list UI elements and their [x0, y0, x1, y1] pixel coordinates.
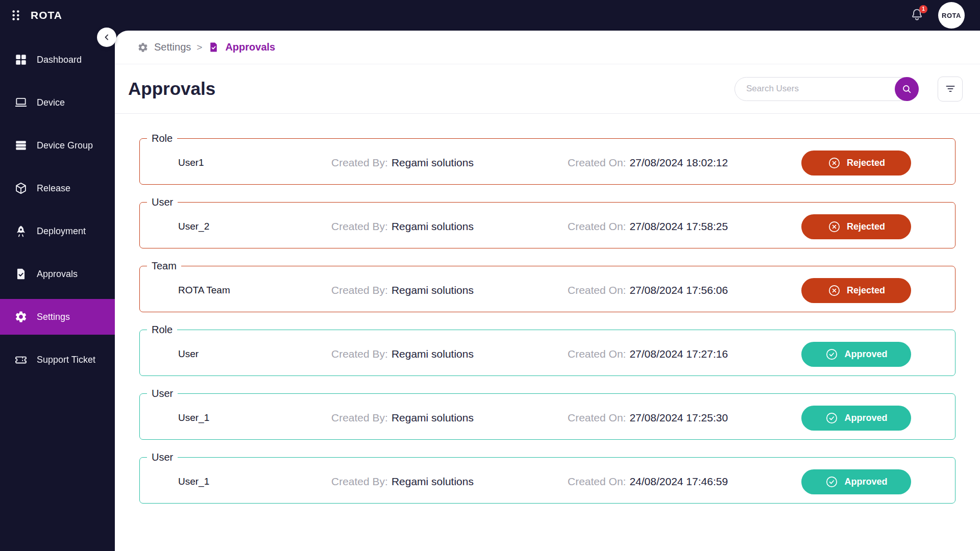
created-by: Created By:Regami solutions	[331, 220, 568, 233]
status-label: Rejected	[847, 158, 885, 168]
approval-category: User	[147, 196, 178, 208]
sidebar-item-label: Device Group	[37, 140, 93, 151]
sidebar-item-device[interactable]: Device	[0, 85, 115, 120]
sidebar-item-label: Release	[37, 183, 70, 194]
deployment-icon	[14, 224, 28, 238]
cross-circle-icon	[827, 284, 841, 297]
status-label: Rejected	[847, 285, 885, 296]
created-by: Created By:Regami solutions	[331, 284, 568, 296]
approval-name: User	[178, 348, 331, 360]
sidebar-item-support-ticket[interactable]: Support Ticket	[0, 342, 115, 378]
status-button[interactable]: Approved	[801, 469, 911, 494]
search-box	[734, 77, 919, 101]
toolbar	[734, 77, 963, 102]
created-by: Created By:Regami solutions	[331, 412, 568, 424]
search-input[interactable]	[734, 77, 919, 101]
notification-badge: 1	[919, 5, 927, 13]
chevron-left-icon	[102, 32, 112, 42]
approval-category: User	[147, 388, 178, 399]
approval-name: User1	[178, 157, 331, 168]
notifications-button[interactable]: 1	[910, 8, 924, 23]
created-on: Created On:24/08/2024 17:46:59	[568, 475, 801, 488]
check-circle-icon	[825, 475, 839, 489]
device-icon	[14, 96, 28, 109]
approval-category: Team	[147, 260, 181, 272]
sidebar-item-label: Support Ticket	[37, 355, 95, 365]
sidebar-item-approvals[interactable]: Approvals	[0, 256, 115, 292]
created-on: Created On:27/08/2024 17:27:16	[568, 348, 801, 360]
gear-icon	[137, 42, 149, 53]
approval-name: User_1	[178, 476, 331, 487]
breadcrumb-settings[interactable]: Settings	[154, 41, 191, 53]
settings-icon	[14, 310, 28, 323]
sidebar-item-label: Dashboard	[37, 55, 82, 65]
dashboard-icon	[14, 53, 28, 66]
sidebar-item-label: Device	[37, 97, 65, 108]
sidebar-item-label: Deployment	[37, 226, 86, 237]
brand-name: ROTA	[31, 9, 62, 21]
cross-circle-icon	[827, 220, 841, 234]
filter-button[interactable]	[938, 77, 963, 102]
check-circle-icon	[825, 347, 839, 361]
support-ticket-icon	[14, 353, 28, 366]
sidebar-item-settings[interactable]: Settings	[0, 299, 115, 335]
created-on: Created On:27/08/2024 17:56:06	[568, 284, 801, 296]
approval-card: Role User1 Created By:Regami solutions C…	[139, 133, 955, 185]
sidebar-collapse-button[interactable]	[97, 28, 116, 47]
breadcrumb: Settings > Approvals	[115, 31, 980, 64]
approval-card: User User_2 Created By:Regami solutions …	[139, 196, 955, 248]
release-icon	[14, 182, 28, 195]
page-header: Approvals	[115, 64, 980, 114]
created-by: Created By:Regami solutions	[331, 157, 568, 169]
status-button[interactable]: Rejected	[801, 151, 911, 176]
sidebar-item-dashboard[interactable]: Dashboard	[0, 42, 115, 78]
page-title: Approvals	[128, 79, 215, 99]
approval-category: User	[147, 452, 178, 463]
brand: ROTA	[9, 9, 62, 22]
created-on: Created On:27/08/2024 17:58:25	[568, 220, 801, 233]
status-button[interactable]: Rejected	[801, 214, 911, 239]
approvals-icon	[14, 267, 28, 281]
topbar: ROTA 1 ROTA	[0, 0, 980, 31]
approval-card: User User_1 Created By:Regami solutions …	[139, 388, 955, 440]
apps-grid-icon	[9, 9, 22, 22]
approval-card: Role User Created By:Regami solutions Cr…	[139, 324, 955, 376]
created-by: Created By:Regami solutions	[331, 348, 568, 360]
approval-card: Team ROTA Team Created By:Regami solutio…	[139, 260, 955, 312]
sidebar-item-device-group[interactable]: Device Group	[0, 128, 115, 163]
breadcrumb-separator: >	[197, 42, 202, 53]
check-circle-icon	[825, 411, 839, 425]
created-by: Created By:Regami solutions	[331, 475, 568, 488]
status-label: Rejected	[847, 221, 885, 232]
approval-card: User User_1 Created By:Regami solutions …	[139, 452, 955, 504]
status-label: Approved	[844, 349, 887, 360]
filter-icon	[944, 83, 957, 95]
approvals-doc-icon	[208, 41, 219, 53]
search-icon	[901, 83, 913, 95]
created-on: Created On:27/08/2024 18:02:12	[568, 157, 801, 169]
created-on: Created On:27/08/2024 17:25:30	[568, 412, 801, 424]
sidebar: Dashboard Device Device Group Release De…	[0, 31, 115, 551]
status-button[interactable]: Rejected	[801, 278, 911, 303]
sidebar-item-deployment[interactable]: Deployment	[0, 213, 115, 249]
avatar-text: ROTA	[942, 12, 961, 19]
breadcrumb-approvals[interactable]: Approvals	[225, 41, 275, 53]
approval-name: User_2	[178, 221, 331, 232]
status-button[interactable]: Approved	[801, 342, 911, 367]
approval-name: User_1	[178, 412, 331, 423]
sidebar-item-release[interactable]: Release	[0, 170, 115, 206]
cross-circle-icon	[827, 156, 841, 170]
status-label: Approved	[844, 413, 887, 423]
approval-category: Role	[147, 324, 177, 336]
device-group-icon	[14, 139, 28, 152]
sidebar-item-label: Approvals	[37, 269, 78, 280]
status-label: Approved	[844, 477, 887, 487]
main-content: Settings > Approvals Approvals	[115, 31, 980, 551]
approval-category: Role	[147, 133, 177, 144]
approvals-list: Role User1 Created By:Regami solutions C…	[115, 114, 980, 504]
avatar[interactable]: ROTA	[938, 2, 965, 29]
approval-name: ROTA Team	[178, 285, 331, 296]
search-button[interactable]	[895, 77, 919, 101]
status-button[interactable]: Approved	[801, 406, 911, 431]
sidebar-item-label: Settings	[37, 312, 70, 322]
